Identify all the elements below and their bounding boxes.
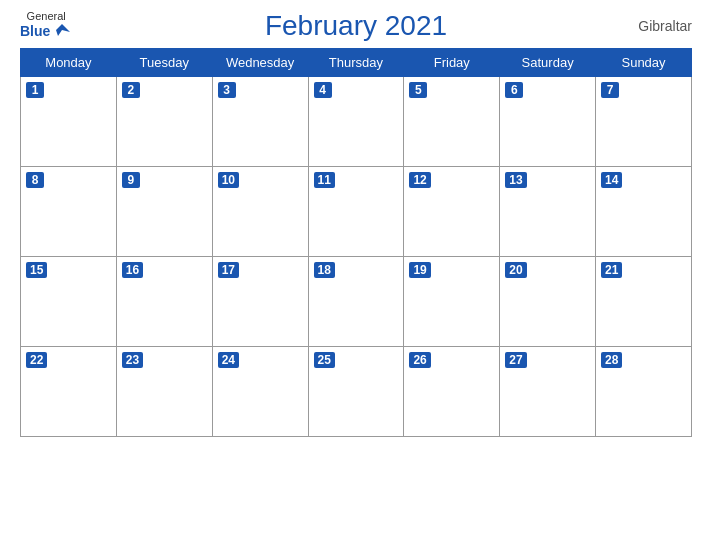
- header-thursday: Thursday: [308, 49, 404, 77]
- calendar-table: Monday Tuesday Wednesday Thursday Friday…: [20, 48, 692, 437]
- calendar-day-26[interactable]: 26: [404, 347, 500, 437]
- calendar-day-21[interactable]: 21: [596, 257, 692, 347]
- calendar-day-8[interactable]: 8: [21, 167, 117, 257]
- day-number-10: 10: [218, 172, 239, 188]
- header-monday: Monday: [21, 49, 117, 77]
- header-wednesday: Wednesday: [212, 49, 308, 77]
- header-tuesday: Tuesday: [116, 49, 212, 77]
- calendar-day-18[interactable]: 18: [308, 257, 404, 347]
- calendar-day-25[interactable]: 25: [308, 347, 404, 437]
- calendar-day-6[interactable]: 6: [500, 77, 596, 167]
- header-sunday: Sunday: [596, 49, 692, 77]
- header-saturday: Saturday: [500, 49, 596, 77]
- day-number-6: 6: [505, 82, 523, 98]
- day-number-21: 21: [601, 262, 622, 278]
- calendar-day-9[interactable]: 9: [116, 167, 212, 257]
- day-number-1: 1: [26, 82, 44, 98]
- calendar-day-16[interactable]: 16: [116, 257, 212, 347]
- calendar-day-14[interactable]: 14: [596, 167, 692, 257]
- day-number-27: 27: [505, 352, 526, 368]
- day-number-20: 20: [505, 262, 526, 278]
- calendar-day-27[interactable]: 27: [500, 347, 596, 437]
- day-number-17: 17: [218, 262, 239, 278]
- calendar-day-13[interactable]: 13: [500, 167, 596, 257]
- calendar-day-11[interactable]: 11: [308, 167, 404, 257]
- calendar-day-23[interactable]: 23: [116, 347, 212, 437]
- header-friday: Friday: [404, 49, 500, 77]
- calendar-title: February 2021: [265, 10, 447, 41]
- day-number-19: 19: [409, 262, 430, 278]
- calendar-day-17[interactable]: 17: [212, 257, 308, 347]
- day-number-13: 13: [505, 172, 526, 188]
- weekday-header-row: Monday Tuesday Wednesday Thursday Friday…: [21, 49, 692, 77]
- logo-general-text: General: [27, 10, 66, 22]
- day-number-22: 22: [26, 352, 47, 368]
- day-number-18: 18: [314, 262, 335, 278]
- calendar-day-2[interactable]: 2: [116, 77, 212, 167]
- day-number-28: 28: [601, 352, 622, 368]
- day-number-12: 12: [409, 172, 430, 188]
- logo-bird-icon: [52, 22, 72, 42]
- day-number-16: 16: [122, 262, 143, 278]
- calendar-body: 1234567891011121314151617181920212223242…: [21, 77, 692, 437]
- day-number-7: 7: [601, 82, 619, 98]
- calendar-day-4[interactable]: 4: [308, 77, 404, 167]
- day-number-2: 2: [122, 82, 140, 98]
- day-number-15: 15: [26, 262, 47, 278]
- calendar-day-22[interactable]: 22: [21, 347, 117, 437]
- logo: General Blue: [20, 10, 72, 42]
- day-number-9: 9: [122, 172, 140, 188]
- week-row-3: 15161718192021: [21, 257, 692, 347]
- calendar-day-7[interactable]: 7: [596, 77, 692, 167]
- calendar-day-5[interactable]: 5: [404, 77, 500, 167]
- week-row-2: 891011121314: [21, 167, 692, 257]
- day-number-5: 5: [409, 82, 427, 98]
- calendar-day-20[interactable]: 20: [500, 257, 596, 347]
- day-number-4: 4: [314, 82, 332, 98]
- calendar-day-3[interactable]: 3: [212, 77, 308, 167]
- day-number-11: 11: [314, 172, 335, 188]
- day-number-14: 14: [601, 172, 622, 188]
- calendar-day-28[interactable]: 28: [596, 347, 692, 437]
- calendar-day-12[interactable]: 12: [404, 167, 500, 257]
- week-row-4: 22232425262728: [21, 347, 692, 437]
- calendar-title-area: February 2021: [265, 10, 447, 42]
- day-number-26: 26: [409, 352, 430, 368]
- calendar-day-1[interactable]: 1: [21, 77, 117, 167]
- day-number-24: 24: [218, 352, 239, 368]
- day-number-25: 25: [314, 352, 335, 368]
- calendar-day-15[interactable]: 15: [21, 257, 117, 347]
- day-number-8: 8: [26, 172, 44, 188]
- calendar-day-24[interactable]: 24: [212, 347, 308, 437]
- calendar-header: General Blue February 2021 Gibraltar: [20, 10, 692, 42]
- region-label: Gibraltar: [638, 18, 692, 34]
- week-row-1: 1234567: [21, 77, 692, 167]
- logo-blue-text: Blue: [20, 24, 50, 39]
- day-number-23: 23: [122, 352, 143, 368]
- calendar-day-19[interactable]: 19: [404, 257, 500, 347]
- day-number-3: 3: [218, 82, 236, 98]
- svg-marker-0: [56, 24, 70, 36]
- calendar-day-10[interactable]: 10: [212, 167, 308, 257]
